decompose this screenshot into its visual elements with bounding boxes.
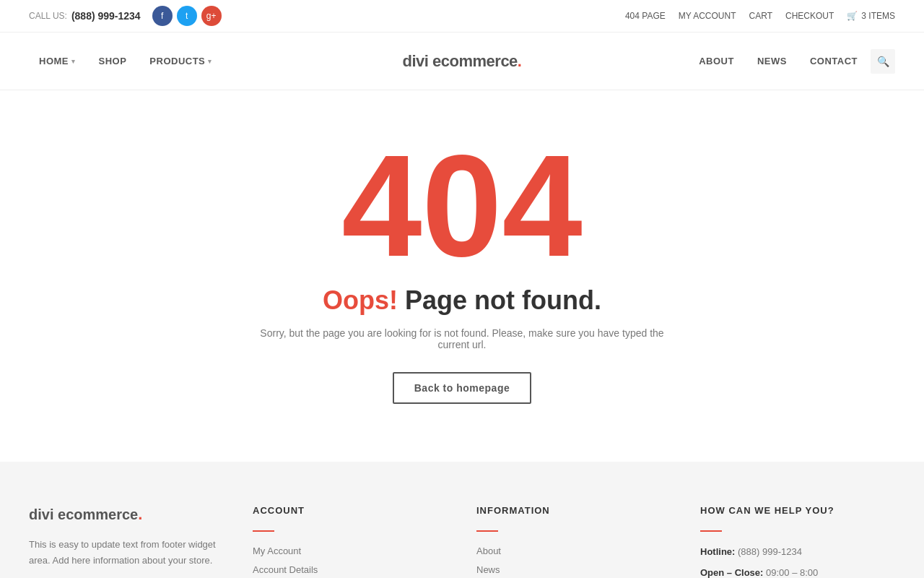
social-icons: f t g+ [152, 6, 222, 26]
404-page-link[interactable]: 404 PAGE [625, 11, 666, 21]
list-item: My Account [253, 545, 448, 556]
hours-label: Open – Close: [700, 567, 763, 578]
nav-about[interactable]: ABOUT [689, 35, 744, 87]
footer-info-col: INFORMATION About News Contact Privacy P… [476, 505, 671, 578]
site-logo[interactable]: divi ecommerce. [403, 52, 522, 71]
home-caret-icon: ▾ [71, 58, 76, 65]
nav-news[interactable]: NEWS [747, 35, 797, 87]
help-divider [700, 530, 722, 532]
info-heading: INFORMATION [476, 505, 671, 516]
my-account-link[interactable]: MY ACCOUNT [679, 11, 736, 21]
back-to-homepage-button[interactable]: Back to homepage [393, 372, 531, 404]
account-divider [253, 530, 274, 532]
error-description: Sorry, but the page you are looking for … [245, 327, 679, 350]
hours-value: 09:00 – 8:00 [766, 567, 818, 578]
my-account-footer-link[interactable]: My Account [253, 545, 301, 556]
oops-text: Oops! [323, 285, 398, 315]
account-heading: ACCOUNT [253, 505, 448, 516]
list-item: About [476, 545, 671, 556]
footer-grid: divi ecommerce. This is easy to update t… [29, 505, 895, 578]
about-footer-link[interactable]: About [476, 545, 501, 556]
products-caret-icon: ▾ [208, 58, 212, 65]
nav-home[interactable]: HOME ▾ [29, 35, 86, 87]
list-item: Account Details [253, 564, 448, 575]
hours-row: Open – Close: 09:00 – 8:00 [700, 566, 895, 578]
footer-logo: divi ecommerce. [29, 505, 224, 524]
error-heading: Oops! Page not found. [323, 285, 601, 316]
footer-brand-col: divi ecommerce. This is easy to update t… [29, 505, 224, 578]
main-nav: HOME ▾ SHOP PRODUCTS ▾ divi ecommerce. A… [0, 33, 924, 90]
hero-section: 404 Oops! Page not found. Sorry, but the… [0, 90, 924, 462]
nav-shop[interactable]: SHOP [89, 35, 137, 87]
hotline-row: Hotline: (888) 999-1234 [700, 545, 895, 560]
error-code: 404 [341, 134, 583, 278]
call-us-label: CALL US: [29, 11, 67, 21]
news-footer-link[interactable]: News [476, 564, 500, 575]
top-bar: CALL US: (888) 999-1234 f t g+ 404 PAGE … [0, 0, 924, 33]
cart-icon: 🛒 [847, 11, 858, 21]
nav-products[interactable]: PRODUCTS ▾ [139, 35, 222, 87]
phone-number: (888) 999-1234 [71, 10, 141, 22]
facebook-icon[interactable]: f [152, 6, 173, 26]
nav-right: ABOUT NEWS CONTACT 🔍 [689, 35, 895, 87]
footer-account-col: ACCOUNT My Account Account Details Order… [253, 505, 448, 578]
top-bar-left: CALL US: (888) 999-1234 f t g+ [29, 6, 222, 26]
checkout-link[interactable]: CHECKOUT [785, 11, 834, 21]
nav-left: HOME ▾ SHOP PRODUCTS ▾ [29, 35, 222, 87]
footer-logo-divi: divi [29, 506, 53, 523]
list-item: News [476, 564, 671, 575]
account-details-link[interactable]: Account Details [253, 564, 318, 575]
cart-summary[interactable]: 🛒 3 ITEMS [847, 11, 895, 21]
twitter-icon[interactable]: t [177, 6, 197, 26]
top-bar-right: 404 PAGE MY ACCOUNT CART CHECKOUT 🛒 3 IT… [625, 11, 895, 21]
footer-help-col: HOW CAN WE HELP YOU? Hotline: (888) 999-… [700, 505, 895, 578]
info-links-list: About News Contact Privacy Policy Terms … [476, 545, 671, 578]
footer: divi ecommerce. This is easy to update t… [0, 462, 924, 578]
hotline-label: Hotline: [700, 546, 735, 557]
search-button[interactable]: 🔍 [871, 49, 895, 74]
footer-logo-ecommerce: ecommerce [58, 506, 138, 523]
nav-contact[interactable]: CONTACT [800, 35, 868, 87]
logo-divi: divi [403, 52, 429, 70]
hotline-value: (888) 999-1234 [738, 546, 802, 557]
account-links-list: My Account Account Details Orders Histor… [253, 545, 448, 578]
footer-logo-dot: . [138, 505, 142, 524]
help-heading: HOW CAN WE HELP YOU? [700, 505, 895, 516]
cart-count: 3 ITEMS [861, 11, 895, 21]
logo-ecommerce: ecommerce [432, 52, 518, 70]
logo-dot: . [518, 52, 522, 70]
googleplus-icon[interactable]: g+ [201, 6, 222, 26]
cart-link[interactable]: CART [749, 11, 772, 21]
not-found-text: Page not found. [398, 285, 601, 315]
info-divider [476, 530, 498, 532]
search-icon: 🔍 [877, 56, 889, 67]
footer-desc-1: This is easy to update text from footer … [29, 537, 224, 569]
